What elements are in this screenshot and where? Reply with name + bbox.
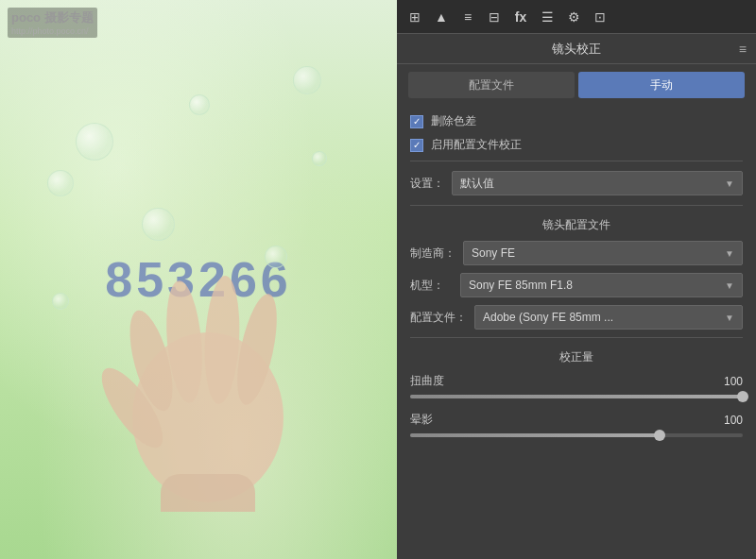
svg-rect-6 — [161, 474, 255, 512]
vignette-thumb[interactable] — [654, 430, 665, 441]
model-label: 机型： — [410, 278, 453, 294]
toolbar-icon-fx[interactable]: fx — [510, 7, 531, 27]
checkbox-use-profile-label: 启用配置文件校正 — [431, 137, 522, 153]
vignette-fill — [410, 433, 660, 437]
vignette-slider-container: 晕影 100 — [410, 412, 743, 437]
profile-row: 配置文件： Adobe (Sony FE 85mm ... ▼ — [410, 305, 743, 330]
model-row: 机型： Sony FE 85mm F1.8 ▼ — [410, 273, 743, 297]
model-value: Sony FE 85mm F1.8 — [469, 279, 573, 292]
distortion-fill — [410, 395, 743, 398]
settings-value: 默认值 — [460, 176, 494, 192]
toolbar-icon-square[interactable]: ⊡ — [590, 7, 610, 27]
distortion-track[interactable] — [410, 395, 743, 398]
toolbar-icon-lines[interactable]: ≡ — [457, 7, 478, 27]
maker-label: 制造商： — [410, 246, 455, 262]
distortion-label-row: 扭曲度 100 — [410, 373, 743, 389]
toolbar-icon-minus[interactable]: ⊟ — [484, 7, 505, 27]
settings-dropdown-arrow: ▼ — [725, 178, 734, 189]
maker-dropdown[interactable]: Sony FE ▼ — [463, 241, 743, 265]
profile-dropdown-arrow: ▼ — [725, 313, 734, 323]
tab-profile[interactable]: 配置文件 — [408, 72, 575, 98]
divider-3 — [410, 337, 743, 338]
vignette-label-row: 晕影 100 — [410, 412, 743, 428]
checkbox-remove-ca-label: 删除色差 — [431, 113, 476, 129]
bubble-7 — [312, 151, 327, 166]
toolbar-icon-gear[interactable]: ⚙ — [563, 7, 584, 27]
poco-url: http://photo.poco.cn/ — [11, 26, 94, 36]
check-mark-2: ✓ — [413, 141, 421, 150]
model-dropdown[interactable]: Sony FE 85mm F1.8 ▼ — [460, 273, 743, 297]
distortion-value: 100 — [714, 375, 743, 388]
correction-header: 校正量 — [410, 349, 743, 365]
bubble-2 — [47, 170, 74, 196]
panel-content: ✓ 删除色差 ✓ 启用配置文件校正 设置： 默认值 ▼ 镜头配置文件 制造商： — [397, 106, 756, 559]
model-dropdown-arrow: ▼ — [725, 280, 734, 291]
toolbar: ⊞ ▲ ≡ ⊟ fx ☰ ⚙ ⊡ — [397, 0, 756, 34]
bubble-5 — [52, 293, 69, 310]
photo-panel: poco 摄影专题 http://photo.poco.cn/ 853266 — [0, 0, 397, 559]
toolbar-icon-triangle[interactable]: ▲ — [431, 7, 452, 27]
toolbar-icon-grid[interactable]: ⊞ — [404, 7, 425, 27]
vignette-label: 晕影 — [410, 412, 433, 428]
tab-manual[interactable]: 手动 — [578, 72, 745, 98]
distortion-thumb[interactable] — [737, 391, 748, 402]
vignette-track[interactable] — [410, 433, 743, 437]
divider-1 — [410, 161, 743, 161]
toolbar-icon-list[interactable]: ☰ — [537, 7, 558, 27]
hand-illustration — [76, 210, 340, 512]
maker-dropdown-arrow: ▼ — [725, 248, 734, 259]
panel-header: 镜头校正 ≡ — [397, 34, 756, 64]
checkbox-use-profile-box[interactable]: ✓ — [410, 139, 423, 152]
bubble-1 — [76, 123, 113, 161]
poco-logo: poco 摄影专题 http://photo.poco.cn/ — [8, 8, 97, 38]
profile-value: Adobe (Sony FE 85mm ... — [483, 311, 613, 324]
checkbox-use-profile: ✓ 启用配置文件校正 — [410, 137, 743, 153]
right-panel: ⊞ ▲ ≡ ⊟ fx ☰ ⚙ ⊡ 镜头校正 ≡ 配置文件 手动 ✓ 删除色差 — [397, 0, 756, 559]
vignette-value: 100 — [714, 414, 743, 427]
panel-title: 镜头校正 — [552, 41, 601, 58]
panel-menu-icon[interactable]: ≡ — [739, 42, 747, 57]
maker-value: Sony FE — [472, 246, 515, 260]
distortion-label: 扭曲度 — [410, 373, 444, 389]
distortion-slider-container: 扭曲度 100 — [410, 373, 743, 398]
check-mark: ✓ — [413, 117, 421, 127]
bubble-6 — [293, 66, 321, 94]
bubble-4 — [189, 94, 210, 115]
lens-profile-header: 镜头配置文件 — [410, 217, 743, 233]
checkbox-remove-ca: ✓ 删除色差 — [410, 113, 743, 129]
poco-logo-text: poco 摄影专题 — [11, 9, 94, 26]
settings-row: 设置： 默认值 ▼ — [410, 171, 743, 195]
checkbox-remove-ca-box[interactable]: ✓ — [410, 115, 423, 128]
settings-label: 设置： — [410, 176, 444, 192]
profile-label: 配置文件： — [410, 310, 467, 326]
tabs-row: 配置文件 手动 — [397, 64, 756, 106]
profile-dropdown[interactable]: Adobe (Sony FE 85mm ... ▼ — [474, 305, 743, 330]
divider-2 — [410, 205, 743, 206]
maker-row: 制造商： Sony FE ▼ — [410, 241, 743, 265]
settings-dropdown[interactable]: 默认值 ▼ — [452, 171, 743, 195]
